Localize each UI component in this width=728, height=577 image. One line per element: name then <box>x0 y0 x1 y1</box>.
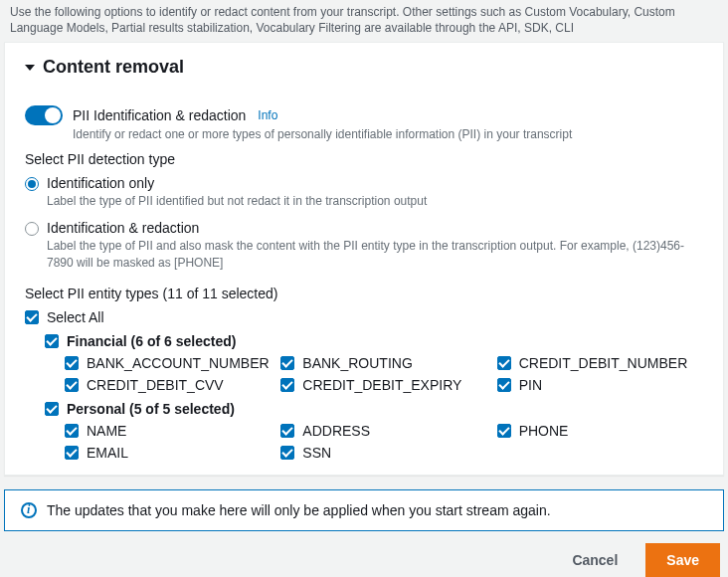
cancel-button[interactable]: Cancel <box>554 544 636 576</box>
entity-checkbox[interactable] <box>497 356 511 370</box>
entity-label: CREDIT_DEBIT_EXPIRY <box>302 377 461 393</box>
pii-toggle-desc: Identify or redact one or more types of … <box>73 127 703 141</box>
alert-text: The updates that you make here will only… <box>47 502 551 518</box>
personal-category-label: Personal (5 of 5 selected) <box>67 401 235 417</box>
select-all-checkbox[interactable] <box>25 310 39 324</box>
radio-identification-redaction-desc: Label the type of PII and also mask the … <box>47 238 703 272</box>
info-link[interactable]: Info <box>258 108 277 122</box>
entity-checkbox[interactable] <box>65 378 79 392</box>
save-button[interactable]: Save <box>645 543 720 577</box>
financial-category-label: Financial (6 of 6 selected) <box>67 333 236 349</box>
entity-label: CREDIT_DEBIT_CVV <box>87 377 224 393</box>
detection-radio-group: Identification only Label the type of PI… <box>25 175 703 271</box>
entity-label: PIN <box>519 377 542 393</box>
pii-toggle[interactable] <box>25 105 63 125</box>
info-icon <box>21 502 37 518</box>
radio-identification-only[interactable] <box>25 177 39 191</box>
radio-identification-redaction[interactable] <box>25 222 39 236</box>
personal-category-checkbox[interactable] <box>45 402 59 416</box>
select-all-label: Select All <box>47 309 104 325</box>
financial-category-checkbox[interactable] <box>45 334 59 348</box>
entity-checkbox[interactable] <box>65 424 79 438</box>
entity-checkbox[interactable] <box>280 378 294 392</box>
entity-checkbox[interactable] <box>497 424 511 438</box>
entity-label: NAME <box>87 423 126 439</box>
entity-checkbox[interactable] <box>65 446 79 460</box>
financial-entity-grid: BANK_ACCOUNT_NUMBER BANK_ROUTING CREDIT_… <box>65 355 703 393</box>
pii-toggle-label: PII Identification & redaction <box>73 107 246 123</box>
entity-label: ADDRESS <box>302 423 370 439</box>
radio-identification-only-desc: Label the type of PII identified but not… <box>47 193 703 210</box>
entity-checkbox[interactable] <box>65 356 79 370</box>
entity-checkbox[interactable] <box>280 356 294 370</box>
entity-label: SSN <box>302 445 331 461</box>
radio-identification-only-label: Identification only <box>47 175 154 191</box>
entity-checkbox[interactable] <box>280 424 294 438</box>
entity-label: CREDIT_DEBIT_NUMBER <box>519 355 688 371</box>
panel-title: Content removal <box>43 57 184 78</box>
detection-type-label: Select PII detection type <box>25 151 703 167</box>
entity-types-label: Select PII entity types (11 of 11 select… <box>25 286 703 301</box>
entity-label: EMAIL <box>87 445 128 461</box>
content-removal-panel: Content removal PII Identification & red… <box>4 42 724 475</box>
panel-header[interactable]: Content removal <box>5 43 723 88</box>
footer: Cancel Save <box>0 539 728 577</box>
panel-body: PII Identification & redaction Info Iden… <box>5 88 723 474</box>
entity-label: BANK_ACCOUNT_NUMBER <box>87 355 270 371</box>
radio-identification-redaction-label: Identification & redaction <box>47 220 199 236</box>
entity-label: PHONE <box>519 423 569 439</box>
entity-label: BANK_ROUTING <box>302 355 412 371</box>
info-alert: The updates that you make here will only… <box>4 489 724 531</box>
entity-checkbox[interactable] <box>280 446 294 460</box>
entity-checkbox[interactable] <box>497 378 511 392</box>
personal-entity-grid: NAME ADDRESS PHONE EMAIL SSN <box>65 423 703 461</box>
caret-down-icon <box>25 65 35 71</box>
intro-text: Use the following options to identify or… <box>0 0 728 42</box>
